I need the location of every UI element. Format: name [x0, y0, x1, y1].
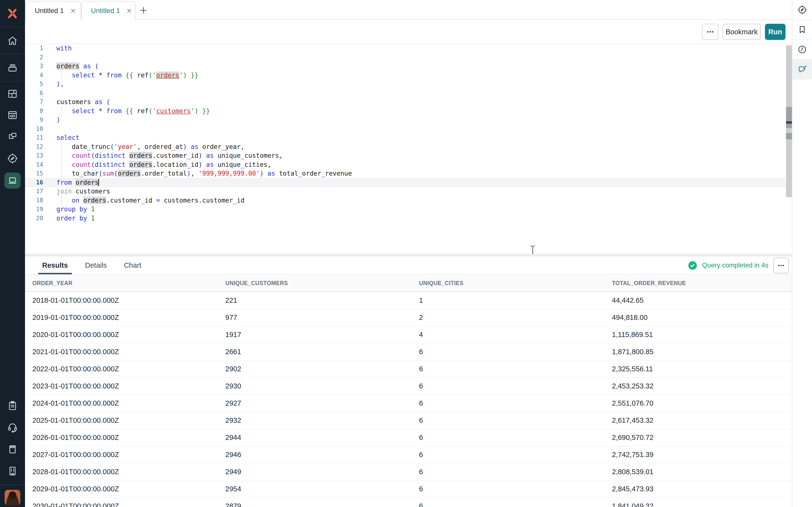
rail-item-history[interactable]	[793, 40, 812, 59]
table-cell: 2,808,539.01	[605, 463, 792, 480]
line-number: 8	[25, 107, 43, 116]
editor-scrollbar[interactable]	[786, 45, 792, 197]
table-cell: 4	[412, 326, 605, 343]
code-window-icon	[7, 110, 18, 121]
table-cell: 2030-01-01T00:00:00.000Z	[25, 498, 218, 507]
table-cell: 2023-01-01T00:00:00.000Z	[25, 378, 218, 395]
table-cell: 2026-01-01T00:00:00.000Z	[25, 429, 218, 446]
column-header-order_year[interactable]: ORDER_YEAR	[25, 275, 218, 291]
table-cell: 977	[218, 309, 412, 326]
line-number: 10	[25, 124, 43, 133]
rail-item-bookmark[interactable]	[793, 20, 812, 40]
sidebar-item-dashboard[interactable]	[0, 83, 25, 105]
code-line: 1with	[25, 44, 792, 53]
close-icon[interactable]	[126, 7, 133, 14]
new-tab-button[interactable]	[137, 3, 150, 17]
document-tab[interactable]: Untitled 1	[25, 1, 81, 20]
table-row: 2024-01-01T00:00:00.000Z292762,551,076.7…	[25, 395, 792, 412]
code-line: 6	[25, 89, 792, 98]
windows-icon	[7, 131, 18, 142]
more-options-button[interactable]	[702, 24, 718, 40]
results-tab-chart[interactable]: Chart	[124, 257, 141, 274]
table-cell: 2661	[218, 343, 412, 360]
table-cell: 2,617,453.32	[605, 412, 792, 429]
table-cell: 2,551,076.70	[605, 395, 792, 412]
text-caret	[98, 179, 99, 186]
code-line: 19group by 1	[25, 205, 792, 214]
table-cell: 2025-01-01T00:00:00.000Z	[25, 412, 218, 429]
headset-icon	[7, 422, 18, 433]
archive-icon	[7, 62, 18, 73]
table-row: 2018-01-01T00:00:00.000Z221144,442.65	[25, 292, 792, 309]
table-cell: 1917	[218, 326, 412, 343]
table-cell: 2	[412, 309, 605, 326]
table-cell: 2018-01-01T00:00:00.000Z	[25, 292, 218, 309]
table-row: 2025-01-01T00:00:00.000Z293262,617,453.3…	[25, 412, 792, 429]
sidebar-item-archive[interactable]	[0, 57, 25, 78]
code-line: 14 count(distinct orders.location_id) as…	[25, 160, 792, 169]
bookmark-button[interactable]: Bookmark	[722, 24, 761, 40]
line-number: 7	[25, 98, 43, 107]
run-button[interactable]: Run	[765, 24, 785, 40]
table-cell: 6	[412, 463, 605, 480]
results-more-button[interactable]	[773, 258, 789, 273]
code-text: )	[56, 115, 60, 124]
table-cell: 6	[412, 446, 605, 463]
code-text: count(distinct orders.location_id) as un…	[56, 160, 271, 169]
sidebar-item-compass[interactable]	[0, 148, 25, 169]
code-text: customers as (	[56, 98, 110, 107]
table-cell: 494,818.00	[605, 309, 792, 326]
column-header-unique_customers[interactable]: UNIQUE_CUSTOMERS	[218, 275, 412, 291]
sidebar-divider	[0, 27, 25, 27]
rail-item-ai-assistant[interactable]	[793, 59, 812, 79]
code-line: 17join customers	[25, 187, 792, 196]
table-cell: 1,841,049.32	[605, 498, 792, 507]
tab-strip: Untitled 1Untitled 1	[25, 0, 792, 20]
results-tab-details[interactable]: Details	[85, 257, 107, 274]
check-circle-icon	[688, 261, 697, 270]
table-cell: 2930	[218, 378, 412, 395]
book-icon	[7, 444, 18, 455]
column-header-total_order_revenue[interactable]: TOTAL_ORDER_REVENUE	[605, 275, 792, 291]
app-window: Untitled 1Untitled 1 Bookmark Run 1with2…	[0, 0, 812, 507]
hex-logo[interactable]	[0, 0, 25, 27]
table-row: 2027-01-01T00:00:00.000Z294662,742,751.3…	[25, 446, 792, 463]
sidebar-item-windows[interactable]	[0, 126, 25, 147]
table-cell: 6	[412, 395, 605, 412]
code-line: 4 select * from {{ ref('orders') }}	[25, 71, 792, 80]
rail-item-compass[interactable]	[793, 0, 812, 20]
table-cell: 2,742,751.39	[605, 446, 792, 463]
project-toolbar: Bookmark Run	[25, 20, 792, 44]
sidebar-item-home[interactable]	[0, 30, 25, 51]
sidebar-item-clipboard[interactable]	[0, 395, 25, 416]
panel-splitter[interactable]	[25, 254, 792, 257]
table-cell: 2,690,570.72	[605, 429, 792, 446]
sidebar-item-book[interactable]	[0, 438, 25, 460]
sidebar-item-code-window[interactable]	[0, 104, 25, 126]
results-tab-results[interactable]: Results	[42, 257, 68, 274]
table-cell: 2,325,556.11	[605, 360, 792, 378]
document-tab[interactable]: Untitled 1	[81, 1, 136, 20]
user-avatar[interactable]	[5, 490, 20, 506]
table-cell: 1,871,800.85	[605, 343, 792, 360]
home-icon	[7, 35, 18, 46]
column-header-unique_cities[interactable]: UNIQUE_CITIES	[412, 275, 605, 291]
scrollbar-thumb[interactable]	[786, 107, 792, 128]
line-number: 3	[25, 62, 43, 71]
sidebar-item-headset[interactable]	[0, 416, 25, 438]
table-cell: 2,845,473.93	[605, 481, 792, 498]
close-icon[interactable]	[70, 7, 77, 14]
line-number: 4	[25, 71, 43, 80]
query-status-text: Query completed in 4s	[702, 262, 768, 269]
line-number: 13	[25, 151, 43, 160]
code-text: on orders.customer_id = customers.custom…	[56, 196, 244, 205]
table-row: 2026-01-01T00:00:00.000Z294462,690,570.7…	[25, 429, 792, 446]
code-text: select * from {{ ref('orders') }}	[56, 71, 198, 80]
sql-editor[interactable]: 1with23orders as (4 select * from {{ ref…	[25, 44, 792, 254]
table-cell: 2927	[218, 395, 412, 412]
sidebar-item-building[interactable]	[0, 460, 25, 482]
line-number: 18	[25, 196, 43, 205]
code-line: 13 count(distinct orders.customer_id) as…	[25, 151, 792, 160]
code-text: count(distinct orders.customer_id) as un…	[56, 151, 283, 160]
sidebar-item-terminal[interactable]	[0, 170, 25, 191]
